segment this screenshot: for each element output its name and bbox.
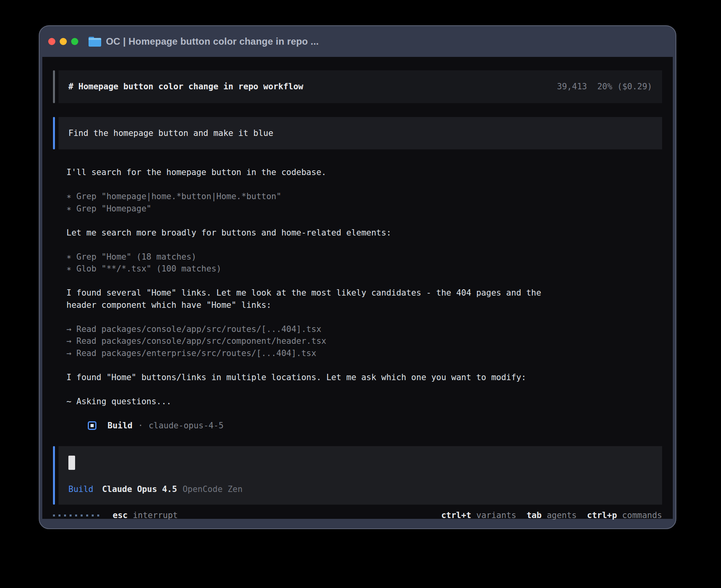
user-message-bar	[53, 117, 55, 150]
folder-icon	[89, 37, 101, 47]
close-button[interactable]	[48, 38, 55, 45]
token-count: 39,413	[557, 81, 587, 93]
context-cost: 20% ($0.29)	[597, 81, 652, 93]
input-status-line: Build Claude Opus 4.5 OpenCode Zen	[68, 483, 652, 496]
assistant-text: I'll search for the homepage button in t…	[66, 166, 662, 179]
terminal-content: # Homepage button color change in repo w…	[42, 57, 673, 519]
assistant-text: I found "Home" buttons/links in multiple…	[66, 371, 662, 384]
assistant-text: Let me search more broadly for buttons a…	[66, 227, 662, 239]
agent-model: claude-opus-4-5	[149, 420, 224, 432]
session-title: # Homepage button color change in repo w…	[68, 81, 303, 93]
hint-variants: ctrl+t variants	[441, 509, 516, 522]
user-message-text: Find the homepage button and make it blu…	[59, 117, 662, 150]
input-left-bar	[53, 446, 55, 505]
header-left-bar	[53, 70, 55, 103]
tool-call-read: → Read packages/console/app/src/routes/[…	[66, 323, 662, 360]
traffic-lights	[48, 38, 78, 45]
esc-key: esc	[113, 509, 128, 522]
tab-key: tab	[527, 509, 542, 522]
hint-agents: tab agents	[527, 509, 577, 522]
mode-label[interactable]: Build	[68, 483, 93, 496]
prompt-input[interactable]: Build Claude Opus 4.5 OpenCode Zen	[53, 446, 662, 505]
text-cursor	[68, 456, 75, 470]
assistant-text: I found several "Home" links. Let me loo…	[66, 287, 662, 311]
hint-commands: ctrl+p commands	[587, 509, 662, 522]
ctrl-t-key: ctrl+t	[441, 509, 471, 522]
session-header: # Homepage button color change in repo w…	[53, 70, 662, 103]
build-agent-icon	[88, 421, 96, 430]
agent-name: Build	[108, 420, 132, 432]
session-stats: 39,413 20% ($0.29)	[557, 81, 652, 93]
status-bar: esc interrupt ctrl+t variants tab agents…	[53, 509, 662, 521]
asking-questions-status: ~ Asking questions...	[66, 396, 662, 408]
tool-call-grep: ∗ Grep "homepage|home.*button|Home.*butt…	[66, 190, 662, 215]
window-title: OC | Homepage button color change in rep…	[106, 36, 319, 47]
agent-separator: ·	[138, 420, 143, 432]
hint-interrupt: esc interrupt	[113, 509, 178, 522]
working-spinner	[53, 514, 99, 516]
assistant-response: I'll search for the homepage button in t…	[66, 166, 662, 432]
agent-status-row: Build · claude-opus-4-5	[88, 420, 662, 432]
provider-name: OpenCode Zen	[183, 483, 243, 496]
ctrl-p-key: ctrl+p	[587, 509, 617, 522]
minimize-button[interactable]	[60, 38, 67, 45]
user-message: Find the homepage button and make it blu…	[53, 117, 662, 150]
model-name[interactable]: Claude Opus 4.5	[102, 483, 177, 496]
zoom-button[interactable]	[71, 38, 78, 45]
tool-call-grep-glob: ∗ Grep "Home" (18 matches) ∗ Glob "**/*.…	[66, 251, 662, 275]
titlebar[interactable]: OC | Homepage button color change in rep…	[40, 26, 676, 57]
terminal-window: OC | Homepage button color change in rep…	[39, 25, 676, 529]
